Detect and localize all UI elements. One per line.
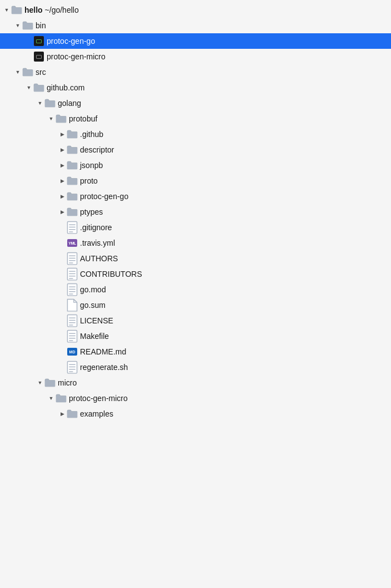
tree-item-bin[interactable]: bin <box>0 18 391 33</box>
folder-icon <box>67 408 78 419</box>
tree-item-license[interactable]: LICENSE <box>0 313 391 328</box>
file-lines-icon <box>67 284 78 295</box>
tree-toggle[interactable] <box>2 6 11 14</box>
folder-icon <box>67 175 78 186</box>
tree-toggle[interactable] <box>36 99 44 108</box>
tree-item-label: micro <box>58 378 77 387</box>
tree-toggle[interactable] <box>58 192 67 201</box>
file-tree: hello ~/go/hello binprotoc-gen-goprotoc-… <box>0 0 391 588</box>
tree-item-contributors[interactable]: CONTRIBUTORS <box>0 266 391 282</box>
tree-toggle[interactable] <box>58 161 67 170</box>
svg-rect-11 <box>67 210 77 216</box>
binary-green-icon <box>33 36 44 47</box>
tree-toggle[interactable] <box>58 130 67 139</box>
tree-item-github-com[interactable]: github.com <box>0 80 391 95</box>
tree-toggle[interactable] <box>36 378 44 387</box>
tree-item-makefile[interactable]: Makefile <box>0 328 391 344</box>
tree-item-label: CONTRIBUTORS <box>80 270 142 278</box>
tree-item-label: .gitignore <box>80 223 112 232</box>
tree-item-label: AUTHORS <box>80 254 118 263</box>
file-lines-icon <box>67 268 78 280</box>
tree-toggle[interactable] <box>13 68 22 77</box>
svg-rect-2 <box>23 70 33 77</box>
folder-icon <box>67 206 78 217</box>
tree-item-label: bin <box>36 21 46 30</box>
tree-item-gitignore[interactable]: .gitignore <box>0 220 391 235</box>
tree-item-readme-md[interactable]: MDREADME.md <box>0 344 391 359</box>
tree-toggle[interactable] <box>47 394 56 403</box>
folder-icon <box>22 20 33 31</box>
file-lines-icon <box>67 315 78 326</box>
tree-item-label: jsonpb <box>80 161 103 170</box>
tree-item-label: protoc-gen-micro <box>47 52 106 61</box>
md-icon: MD <box>67 346 78 357</box>
tree-item-travis-yml[interactable]: YML.travis.yml <box>0 235 391 251</box>
tree-item-proto[interactable]: proto <box>0 173 391 189</box>
tree-item-descriptor[interactable]: descriptor <box>0 142 391 158</box>
tree-item-protoc-gen-micro[interactable]: protoc-gen-micro <box>0 49 391 64</box>
tree-item-label: descriptor <box>80 145 114 154</box>
folder-icon <box>56 113 67 124</box>
svg-rect-6 <box>67 133 77 139</box>
tree-item-go-mod[interactable]: go.mod <box>0 282 391 297</box>
svg-rect-47 <box>45 381 55 387</box>
tree-toggle[interactable] <box>58 176 67 185</box>
tree-item-examples-placeholder[interactable]: examples <box>0 406 391 422</box>
folder-icon <box>67 160 78 171</box>
tree-item-protoc-gen-go[interactable]: protoc-gen-go <box>0 33 391 49</box>
tree-item-label: regenerate.sh <box>80 363 128 372</box>
yml-icon: YML <box>67 237 78 249</box>
file-lines-icon <box>67 253 78 264</box>
tree-item-go-sum[interactable]: go.sum <box>0 297 391 313</box>
folder-icon <box>67 144 78 155</box>
tree-item-label: hello ~/go/hello <box>24 6 79 14</box>
folder-icon <box>67 129 78 140</box>
tree-item-protoc-gen-micro-dir[interactable]: protoc-gen-micro <box>0 391 391 406</box>
file-lines-icon <box>67 222 78 233</box>
tree-item-micro[interactable]: micro <box>0 375 391 391</box>
tree-item-regenerate-sh[interactable]: regenerate.sh <box>0 359 391 375</box>
tree-item-hello-root[interactable]: hello ~/go/hello <box>0 2 391 18</box>
tree-item-label: proto <box>80 176 98 185</box>
folder-icon <box>44 377 56 388</box>
tree-item-label: protoc-gen-go <box>47 37 95 45</box>
svg-rect-7 <box>67 148 77 154</box>
svg-rect-0 <box>12 8 22 14</box>
tree-item-label: LICENSE <box>80 316 113 325</box>
folder-icon <box>11 4 22 16</box>
tree-item-label: protobuf <box>69 114 97 123</box>
svg-rect-10 <box>67 195 77 201</box>
tree-item-dot-github[interactable]: .github <box>0 126 391 142</box>
tree-item-label: .github <box>80 130 103 139</box>
svg-rect-5 <box>56 117 66 123</box>
tree-item-golang[interactable]: golang <box>0 95 391 111</box>
tree-item-jsonpb[interactable]: jsonpb <box>0 158 391 173</box>
tree-item-protoc-gen-go-dir[interactable]: protoc-gen-go <box>0 189 391 204</box>
tree-toggle[interactable] <box>13 21 22 30</box>
svg-rect-4 <box>45 102 55 108</box>
tree-toggle[interactable] <box>58 409 67 418</box>
tree-item-ptypes[interactable]: ptypes <box>0 204 391 220</box>
tree-toggle[interactable] <box>58 145 67 154</box>
tree-item-label: README.md <box>80 347 126 356</box>
folder-icon <box>67 191 78 202</box>
tree-item-label: examples <box>80 409 113 418</box>
tree-item-label: ptypes <box>80 207 103 216</box>
tree-item-label: go.sum <box>80 301 106 310</box>
tree-item-protobuf[interactable]: protobuf <box>0 111 391 126</box>
tree-item-label: src <box>36 68 46 77</box>
tree-item-label: .travis.yml <box>80 239 115 247</box>
folder-icon <box>33 82 44 93</box>
folder-icon <box>22 67 33 78</box>
svg-rect-48 <box>56 397 66 403</box>
tree-toggle[interactable] <box>24 83 33 92</box>
folder-icon <box>56 393 67 404</box>
tree-toggle[interactable] <box>47 114 56 123</box>
tree-item-label: github.com <box>47 83 84 92</box>
svg-rect-1 <box>23 24 33 30</box>
tree-toggle[interactable] <box>58 207 67 216</box>
file-lines-icon <box>67 331 78 342</box>
tree-item-src[interactable]: src <box>0 64 391 80</box>
svg-rect-3 <box>34 86 44 92</box>
tree-item-authors[interactable]: AUTHORS <box>0 251 391 266</box>
